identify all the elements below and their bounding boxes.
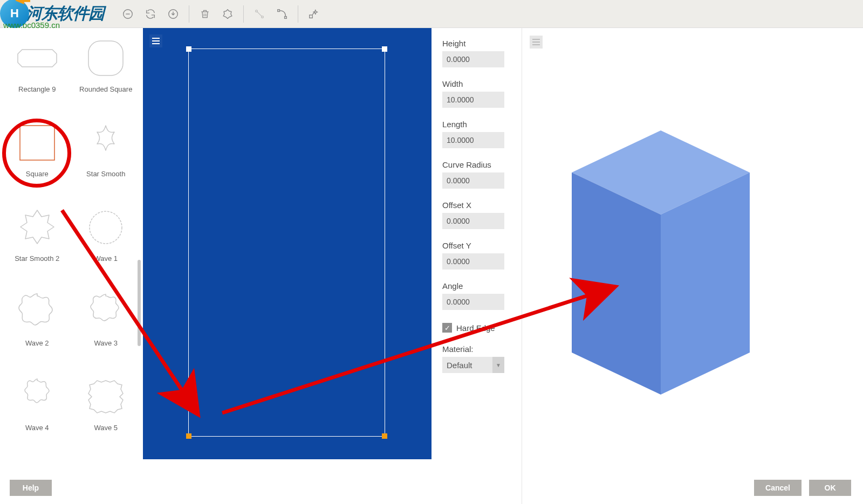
mirror-icon[interactable] [118,4,138,24]
shape-label: Wave 1 [94,254,118,263]
material-select[interactable]: Default ▼ [442,357,504,373]
shape-star-smooth[interactable]: Star Smooth [73,122,139,178]
angle-input[interactable] [442,294,504,310]
shape-label: Wave 3 [94,339,118,347]
width-input[interactable] [442,92,504,108]
cancel-button[interactable]: Cancel [754,480,802,496]
curve-icon[interactable] [272,4,292,24]
shape-label: Wave 2 [25,339,49,347]
shape-square[interactable]: Square [4,122,70,178]
shape-wave-4[interactable]: Wave 4 [4,376,70,432]
magic-icon[interactable] [304,4,324,24]
shape-label: Square [26,170,49,178]
shape-rounded-square[interactable]: Rounded Square [73,38,139,93]
preview-panel [522,28,863,504]
toolbar: H 河东软件园 www.pc0359.cn [0,0,863,28]
svg-point-9 [90,211,122,244]
checkbox-icon[interactable]: ✓ [442,323,452,333]
shape-label: Star Smooth [86,170,125,178]
material-label: Material: [442,344,522,354]
material-value: Default [447,361,472,370]
shape-selection[interactable] [188,49,385,437]
length-input[interactable] [442,132,504,148]
hard-edge-label: Hard Edge [456,323,495,333]
shape-label: Star Smooth 2 [15,254,59,263]
canvas-wrap [143,28,432,504]
handle-bottom-left[interactable] [186,433,191,439]
svg-rect-7 [88,41,123,75]
hard-edge-row[interactable]: ✓ Hard Edge [442,323,522,333]
shape-label: Rounded Square [79,85,132,93]
ok-button[interactable]: OK [809,480,851,496]
canvas[interactable] [143,28,432,459]
handle-top-left[interactable] [186,46,191,52]
svg-rect-6 [310,15,313,18]
polygon-icon[interactable] [217,4,238,24]
anchor-icon[interactable] [249,4,270,24]
hamburger-icon[interactable] [149,34,162,47]
download-icon[interactable] [163,4,183,24]
svg-point-2 [256,10,258,12]
handle-top-right[interactable] [382,46,387,52]
handle-bottom-right[interactable] [382,433,387,439]
height-label: Height [442,39,522,48]
shape-wave-3[interactable]: Wave 3 [73,292,139,347]
offset-y-label: Offset Y [442,241,522,250]
logo: H 河东软件园 www.pc0359.cn [0,0,104,28]
curve-radius-label: Curve Radius [442,160,522,169]
height-input[interactable] [442,51,504,67]
scrollbar[interactable] [138,260,141,346]
curve-radius-input[interactable] [442,172,504,189]
shape-label: Rectangle 9 [18,85,56,93]
cube-preview[interactable] [572,130,750,395]
help-button[interactable]: Help [10,480,52,496]
shapes-panel: Rectangle 9 Rounded Square Square Star S… [0,28,143,504]
shape-label: Wave 4 [25,424,49,432]
svg-rect-4 [278,9,280,11]
offset-x-label: Offset X [442,201,522,210]
shape-wave-5[interactable]: Wave 5 [73,376,139,432]
shape-wave-2[interactable]: Wave 2 [4,292,70,347]
action-buttons: Cancel OK [754,480,851,496]
offset-x-input[interactable] [442,213,504,229]
svg-marker-10 [88,381,123,413]
shape-star-smooth-2[interactable]: Star Smooth 2 [4,207,70,263]
hamburger-icon[interactable] [530,36,543,49]
properties-panel: Height Width Length Curve Radius Offset … [432,28,522,504]
trash-icon[interactable] [195,4,215,24]
svg-rect-8 [20,126,54,160]
svg-point-3 [262,16,264,18]
svg-rect-5 [285,16,287,18]
angle-label: Angle [442,281,522,291]
offset-y-input[interactable] [442,253,504,270]
shape-wave-1[interactable]: Wave 1 [73,207,139,263]
length-label: Length [442,120,522,129]
chevron-down-icon: ▼ [492,357,504,373]
refresh-icon[interactable] [140,4,161,24]
shape-label: Wave 5 [94,424,118,432]
width-label: Width [442,79,522,88]
shape-rectangle-9[interactable]: Rectangle 9 [4,38,70,93]
